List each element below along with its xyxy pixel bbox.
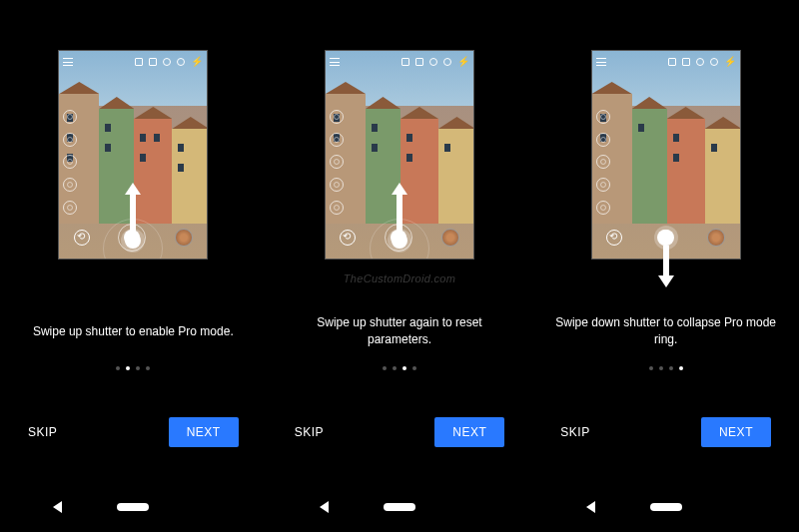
dot [383, 366, 387, 370]
dial-wb[interactable] [330, 110, 344, 124]
next-button[interactable]: NEXT [169, 417, 239, 447]
dot [116, 366, 120, 370]
dot-active [679, 366, 683, 370]
nav-home-icon[interactable] [384, 503, 415, 511]
dial-ev[interactable] [63, 201, 77, 215]
gallery-icon[interactable] [668, 58, 676, 66]
dial-focus[interactable] [63, 133, 77, 147]
nav-back-icon[interactable] [586, 501, 595, 513]
camera-preview: ⚡ [58, 50, 208, 260]
pro-mode-dials [330, 106, 348, 219]
dot [659, 366, 663, 370]
dial-focus[interactable] [330, 133, 344, 147]
android-navbar [0, 492, 267, 522]
camera-topbar: ⚡ [330, 55, 469, 69]
page-indicator [649, 366, 683, 370]
skip-button[interactable]: SKIP [28, 425, 57, 439]
onboarding-screen-2: ⚡ Swipe up shutter again to reset parame… [267, 0, 533, 532]
dot-active [402, 366, 406, 370]
camera-topbar: ⚡ [596, 55, 736, 69]
flash-icon[interactable]: ⚡ [457, 58, 469, 66]
page-indicator [116, 366, 150, 370]
gallery-thumbnail[interactable] [175, 229, 193, 247]
pro-mode-dials [63, 106, 81, 219]
onboarding-screen-1: ⚡ Swipe up shutter to enable Pro mode. [0, 0, 267, 532]
dial-shutter[interactable] [596, 178, 610, 192]
dot [669, 366, 673, 370]
dial-iso[interactable] [596, 155, 610, 169]
instruction-text: Swipe up shutter to enable Pro mode. [13, 314, 254, 348]
page-indicator [383, 366, 416, 370]
gallery-thumbnail[interactable] [441, 229, 459, 247]
android-navbar [532, 492, 799, 522]
nav-back-icon[interactable] [53, 501, 62, 513]
dot [146, 366, 150, 370]
gallery-icon[interactable] [401, 58, 409, 66]
timer-icon[interactable] [429, 58, 437, 66]
dial-ev[interactable] [596, 201, 610, 215]
dial-iso[interactable] [330, 155, 344, 169]
hdr-icon[interactable] [443, 58, 451, 66]
face-icon[interactable] [682, 58, 690, 66]
switch-camera-icon[interactable] [606, 230, 622, 246]
gallery-thumbnail[interactable] [707, 229, 725, 247]
nav-home-icon[interactable] [650, 503, 682, 511]
dot [136, 366, 140, 370]
onboarding-screen-3: ⚡ Swipe down shutter to collapse Pro mod… [532, 0, 799, 532]
dial-iso[interactable] [63, 155, 77, 169]
button-row: SKIP NEXT [532, 417, 799, 447]
instruction-text: Swipe up shutter again to reset paramete… [267, 314, 533, 348]
timer-icon[interactable] [696, 58, 704, 66]
dial-wb[interactable] [63, 110, 77, 124]
dial-wb[interactable] [596, 110, 610, 124]
dial-shutter[interactable] [63, 178, 77, 192]
swipe-up-arrow-icon [393, 183, 406, 249]
next-button[interactable]: NEXT [434, 417, 504, 447]
dial-focus[interactable] [596, 133, 610, 147]
nav-home-icon[interactable] [117, 503, 149, 511]
pro-mode-dials [596, 106, 614, 219]
dial-shutter[interactable] [330, 178, 344, 192]
dot [412, 366, 416, 370]
button-row: SKIP NEXT [0, 417, 267, 447]
menu-icon[interactable] [596, 58, 606, 66]
camera-topbar: ⚡ [63, 55, 203, 69]
android-navbar [267, 492, 533, 522]
menu-icon[interactable] [63, 58, 73, 66]
dot [393, 366, 397, 370]
camera-preview: ⚡ [591, 50, 741, 260]
camera-preview: ⚡ [325, 50, 474, 260]
face-icon[interactable] [415, 58, 423, 66]
instruction-text: Swipe down shutter to collapse Pro mode … [532, 314, 799, 348]
nav-back-icon[interactable] [320, 501, 329, 513]
menu-icon[interactable] [330, 58, 340, 66]
gallery-icon[interactable] [135, 58, 143, 66]
dial-ev[interactable] [330, 201, 344, 215]
dot-active [126, 366, 130, 370]
dot [649, 366, 653, 370]
button-row: SKIP NEXT [267, 417, 533, 447]
skip-button[interactable]: SKIP [295, 425, 324, 439]
hdr-icon[interactable] [177, 58, 185, 66]
face-icon[interactable] [149, 58, 157, 66]
flash-icon[interactable]: ⚡ [191, 58, 203, 66]
swipe-up-arrow-icon [126, 183, 140, 249]
hdr-icon[interactable] [710, 58, 718, 66]
timer-icon[interactable] [163, 58, 171, 66]
switch-camera-icon[interactable] [340, 230, 356, 246]
switch-camera-icon[interactable] [74, 230, 90, 246]
flash-icon[interactable]: ⚡ [724, 58, 736, 66]
swipe-down-arrow-icon [659, 230, 673, 287]
next-button[interactable]: NEXT [701, 417, 771, 447]
skip-button[interactable]: SKIP [560, 425, 589, 439]
